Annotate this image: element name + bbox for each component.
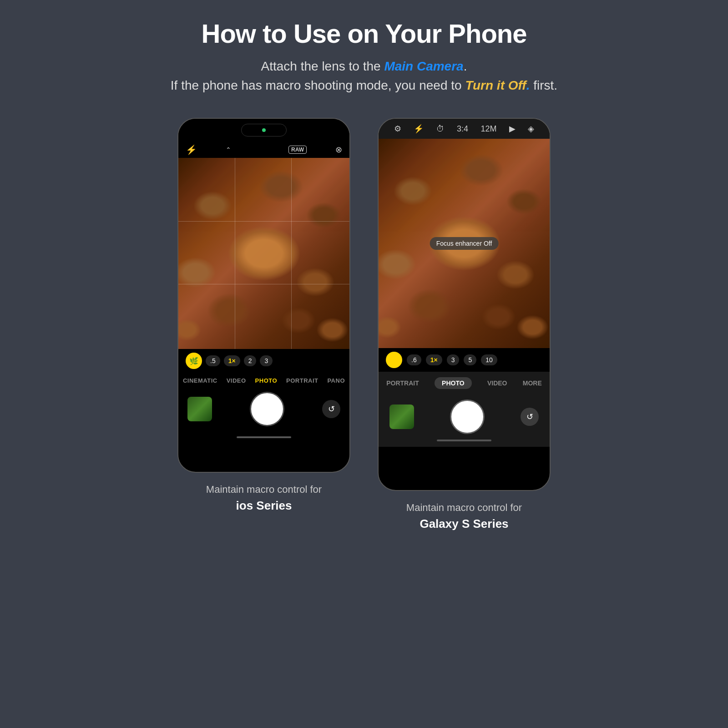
ios-phone-frame: ⚡ ⌃ RAW ⊗ 🌿	[177, 118, 350, 473]
dynamic-island	[241, 124, 287, 136]
ios-caption: Maintain macro control for ios Series	[206, 482, 322, 515]
page-title: How to Use on Your Phone	[202, 18, 527, 49]
macro-mode-icon[interactable]: 🌿	[186, 353, 202, 369]
phones-container: ⚡ ⌃ RAW ⊗ 🌿	[27, 118, 701, 533]
coffee-beans-bg	[178, 158, 349, 349]
galaxy-caption-line1: Maintain macro control for	[406, 500, 522, 515]
home-indicator	[237, 436, 291, 438]
galaxy-zoom-5[interactable]: 5	[464, 354, 476, 365]
galaxy-flip-camera-button[interactable]: ↺	[521, 408, 539, 426]
ios-camera-top-icons: ⚡ ⌃ RAW ⊗	[178, 142, 349, 158]
chevron-up-icon[interactable]: ⌃	[226, 146, 231, 153]
mode-video[interactable]: VIDEO	[227, 377, 246, 384]
galaxy-home-indicator	[437, 440, 491, 441]
galaxy-mode-video[interactable]: VIDEO	[487, 379, 507, 387]
subtitle-turn-off: Turn it Off	[465, 78, 526, 92]
galaxy-bottom-bar: ↺	[379, 394, 550, 437]
galaxy-zoom-06[interactable]: .6	[407, 354, 421, 365]
megapixels-label[interactable]: 12M	[480, 124, 496, 134]
dynamic-island-dot	[262, 128, 266, 132]
galaxy-flip-symbol: ↺	[526, 412, 533, 422]
mode-pano[interactable]: PANO	[327, 377, 345, 384]
raw-badge[interactable]: RAW	[288, 146, 307, 154]
ios-bottom-bar: ↺	[178, 389, 349, 434]
ios-home-bar	[178, 434, 349, 443]
galaxy-caption: Maintain macro control for Galaxy S Seri…	[406, 500, 522, 533]
ios-mode-bar: CINEMATIC VIDEO PHOTO PORTRAIT PANO	[178, 373, 349, 389]
ios-zoom-controls: 🌿 .5 1× 2 3	[178, 349, 349, 373]
photo-thumbnail[interactable]	[187, 397, 212, 421]
focus-off-icon[interactable]: ⊗	[335, 145, 342, 155]
subtitle-period-1: .	[464, 59, 467, 73]
galaxy-macro-icon[interactable]: ●	[386, 352, 402, 368]
galaxy-status-bar: ⚙ ⚡ ⏱ 3:4 12M ▶ ◈	[379, 119, 550, 139]
galaxy-mode-portrait[interactable]: PORTRAIT	[386, 379, 419, 387]
ios-caption-line1: Maintain macro control for	[206, 482, 322, 497]
focus-enhancer-badge: Focus enhancer Off	[430, 237, 499, 250]
subtitle-text-2: If the phone has macro shooting mode, yo…	[171, 78, 465, 92]
flip-symbol: ↺	[328, 404, 335, 414]
subtitle-text-1: Attach the lens to the	[261, 59, 384, 73]
shutter-button[interactable]	[251, 393, 283, 425]
mode-photo[interactable]: PHOTO	[255, 377, 278, 384]
settings-icon[interactable]: ⚙	[394, 124, 401, 134]
ios-phone-section: ⚡ ⌃ RAW ⊗ 🌿	[177, 118, 350, 515]
layers-icon[interactable]: ◈	[528, 124, 534, 134]
subtitle: Attach the lens to the Main Camera. If t…	[171, 57, 557, 95]
ios-top-bar	[178, 119, 349, 142]
mode-cinematic[interactable]: CINEMATIC	[183, 377, 217, 384]
galaxy-zoom-3[interactable]: 3	[447, 354, 460, 365]
galaxy-zoom-1x[interactable]: 1×	[426, 354, 442, 365]
zoom-05[interactable]: .5	[206, 355, 220, 366]
ios-viewfinder	[178, 158, 349, 349]
flip-camera-button[interactable]: ↺	[322, 400, 340, 418]
aspect-ratio-label[interactable]: 3:4	[457, 124, 468, 134]
zoom-1x[interactable]: 1×	[224, 355, 240, 366]
video-icon[interactable]: ▶	[509, 124, 516, 134]
subtitle-text-3: first.	[530, 78, 557, 92]
subtitle-main-camera: Main Camera	[384, 59, 463, 73]
galaxy-phone-frame: ⚙ ⚡ ⏱ 3:4 12M ▶ ◈ Focus enhancer Off ● .…	[378, 118, 551, 491]
galaxy-photo-thumbnail[interactable]	[389, 404, 414, 429]
ios-series-label: ios Series	[206, 497, 322, 515]
galaxy-shutter-button[interactable]	[451, 401, 483, 433]
galaxy-zoom-controls: ● .6 1× 3 5 10	[379, 348, 550, 372]
galaxy-phone-section: ⚙ ⚡ ⏱ 3:4 12M ▶ ◈ Focus enhancer Off ● .…	[378, 118, 551, 533]
galaxy-home-bar	[379, 437, 550, 447]
flash-mode-icon[interactable]: ⚡	[414, 124, 424, 134]
galaxy-zoom-10[interactable]: 10	[481, 354, 497, 365]
galaxy-viewfinder: Focus enhancer Off	[379, 139, 550, 348]
timer-icon[interactable]: ⏱	[436, 124, 445, 134]
galaxy-mode-more[interactable]: MORE	[523, 379, 542, 387]
mode-portrait[interactable]: PORTRAIT	[286, 377, 318, 384]
galaxy-series-label: Galaxy S Series	[406, 515, 522, 533]
galaxy-mode-bar: PORTRAIT PHOTO VIDEO MORE	[379, 372, 550, 394]
zoom-3[interactable]: 3	[260, 355, 273, 366]
galaxy-mode-photo[interactable]: PHOTO	[435, 377, 472, 389]
flash-icon[interactable]: ⚡	[186, 144, 197, 155]
zoom-2[interactable]: 2	[244, 355, 257, 366]
